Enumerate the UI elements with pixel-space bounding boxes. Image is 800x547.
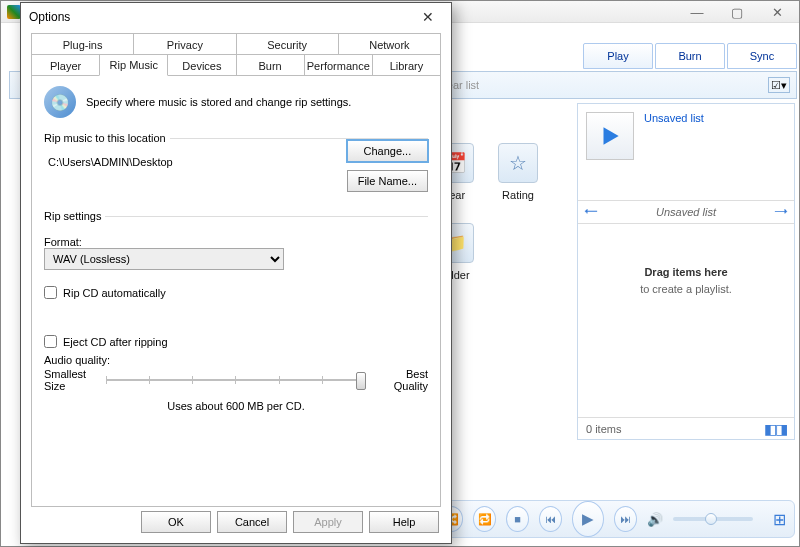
prev-playlist-button[interactable]: ⭠: [584, 204, 598, 220]
volume-slider[interactable]: [673, 517, 753, 521]
play-button[interactable]: ▶: [572, 501, 604, 537]
cancel-button[interactable]: Cancel: [217, 511, 287, 533]
playlist-count: 0 items: [586, 423, 621, 435]
file-name-button[interactable]: File Name...: [347, 170, 428, 192]
view-switch-icon[interactable]: ◧◨: [764, 421, 786, 437]
help-button[interactable]: Help: [369, 511, 439, 533]
tab-sync[interactable]: Sync: [727, 43, 797, 69]
dialog-title: Options: [29, 10, 70, 24]
tab-privacy[interactable]: Privacy: [133, 33, 236, 55]
tab-security[interactable]: Security: [236, 33, 339, 55]
quality-min-label1: Smallest: [44, 368, 92, 380]
tab-devices[interactable]: Devices: [167, 54, 236, 76]
maximize-button[interactable]: ▢: [717, 3, 757, 21]
rip-location-legend: Rip music to this location: [44, 132, 170, 144]
quality-label: Audio quality:: [44, 354, 428, 366]
wmp-app-icon: [7, 5, 21, 19]
tab-play[interactable]: Play: [583, 43, 653, 69]
quality-min-label2: Size: [44, 380, 92, 392]
volume-icon[interactable]: 🔊: [647, 512, 663, 527]
tab-plugins[interactable]: Plug-ins: [31, 33, 134, 55]
tab-network[interactable]: Network: [338, 33, 441, 55]
list-options-button[interactable]: ☑▾: [768, 77, 790, 93]
next-button[interactable]: ⏭: [614, 506, 637, 532]
repeat-button[interactable]: 🔁: [473, 506, 496, 532]
playlist-dropzone[interactable]: Drag items here to create a playlist.: [578, 264, 794, 297]
playlist-icon: [586, 112, 634, 160]
quality-note: Uses about 600 MB per CD.: [44, 400, 428, 412]
close-button[interactable]: ✕: [757, 3, 797, 21]
prev-button[interactable]: ⏮: [539, 506, 562, 532]
rip-intro-icon: 💿: [44, 86, 76, 118]
svg-marker-0: [604, 127, 619, 144]
rip-intro-text: Specify where music is stored and change…: [86, 96, 351, 108]
tab-rip-music[interactable]: Rip Music: [99, 54, 168, 76]
tab-performance[interactable]: Performance: [304, 54, 373, 76]
tab-library[interactable]: Library: [372, 54, 441, 76]
tab-content-rip-music: 💿 Specify where music is stored and chan…: [31, 75, 441, 507]
change-location-button[interactable]: Change...: [347, 140, 428, 162]
rip-settings-group: Rip settings Format: WAV (Lossless) Rip …: [44, 210, 428, 418]
quality-max-label1: Best: [380, 368, 428, 380]
tab-burn[interactable]: Burn: [236, 54, 305, 76]
apply-button[interactable]: Apply: [293, 511, 363, 533]
eject-after-checkbox[interactable]: Eject CD after ripping: [44, 335, 428, 348]
now-playing-switch-icon[interactable]: ⊞: [773, 510, 784, 529]
next-playlist-button[interactable]: ⭢: [774, 204, 788, 220]
format-label: Format:: [44, 236, 428, 248]
dialog-close-button[interactable]: ✕: [413, 7, 443, 27]
playlist-name: Unsaved list: [656, 206, 716, 218]
player-controls: 🔀 🔁 ■ ⏮ ▶ ⏭ 🔊 ⊞: [429, 500, 795, 538]
ok-button[interactable]: OK: [141, 511, 211, 533]
tab-burn[interactable]: Burn: [655, 43, 725, 69]
quality-slider[interactable]: [106, 370, 366, 390]
quality-max-label2: Quality: [380, 380, 428, 392]
format-select[interactable]: WAV (Lossless): [44, 248, 284, 270]
minimize-button[interactable]: —: [677, 3, 717, 21]
library-rating-label: Rating: [502, 189, 534, 201]
tab-player[interactable]: Player: [31, 54, 100, 76]
playlist-pane: Unsaved list ⭠ Unsaved list ⭢ Drag items…: [577, 103, 795, 440]
options-dialog: Options ✕ Plug-ins Privacy Security Netw…: [20, 2, 452, 544]
stop-button[interactable]: ■: [506, 506, 529, 532]
rip-settings-legend: Rip settings: [44, 210, 105, 222]
rip-auto-checkbox[interactable]: Rip CD automatically: [44, 286, 428, 299]
playlist-title[interactable]: Unsaved list: [644, 112, 704, 160]
rating-icon[interactable]: ☆: [498, 143, 538, 183]
